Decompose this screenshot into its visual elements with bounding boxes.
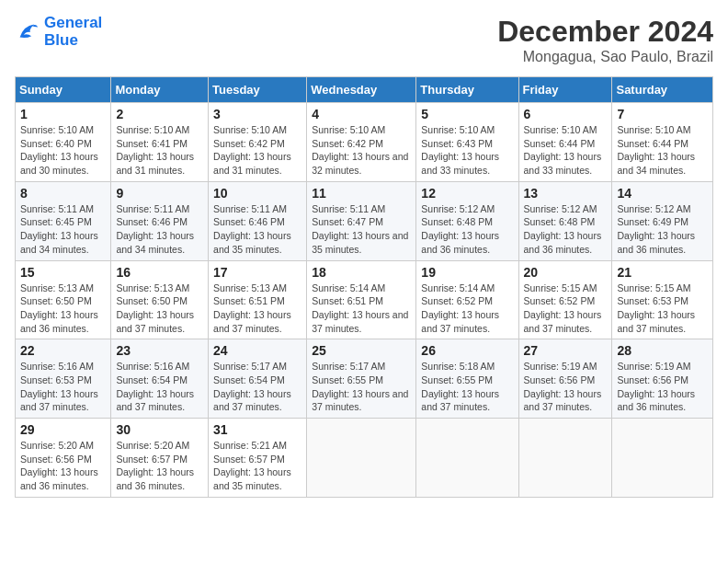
day-info: Sunrise: 5:10 AMSunset: 6:41 PMDaylight:… [116, 123, 203, 178]
day-info: Sunrise: 5:10 AMSunset: 6:42 PMDaylight:… [312, 123, 411, 178]
day-info: Sunrise: 5:12 AMSunset: 6:49 PMDaylight:… [617, 202, 708, 257]
logo-icon [15, 19, 40, 45]
calendar-cell: 29Sunrise: 5:20 AMSunset: 6:56 PMDayligh… [16, 419, 111, 498]
weekday-header-row: SundayMondayTuesdayWednesdayThursdayFrid… [16, 77, 713, 103]
calendar-cell: 2Sunrise: 5:10 AMSunset: 6:41 PMDaylight… [111, 103, 209, 182]
day-number: 17 [213, 265, 301, 280]
weekday-friday: Friday [518, 77, 612, 103]
day-info: Sunrise: 5:11 AMSunset: 6:46 PMDaylight:… [213, 202, 301, 257]
day-number: 31 [213, 422, 301, 437]
calendar-cell: 15Sunrise: 5:13 AMSunset: 6:50 PMDayligh… [16, 260, 111, 339]
day-number: 6 [524, 107, 608, 121]
day-info: Sunrise: 5:17 AMSunset: 6:54 PMDaylight:… [213, 360, 301, 414]
calendar-cell: 3Sunrise: 5:10 AMSunset: 6:42 PMDaylight… [209, 103, 307, 182]
day-info: Sunrise: 5:20 AMSunset: 6:56 PMDaylight:… [20, 439, 106, 493]
title-block: December 2024 Mongagua, Sao Paulo, Brazi… [497, 15, 713, 65]
day-number: 9 [116, 186, 203, 201]
calendar-cell: 25Sunrise: 5:17 AMSunset: 6:55 PMDayligh… [307, 339, 416, 419]
location-subtitle: Mongagua, Sao Paulo, Brazil [497, 49, 713, 65]
week-row-1: 1Sunrise: 5:10 AMSunset: 6:40 PMDaylight… [16, 103, 713, 182]
day-number: 27 [524, 343, 608, 358]
day-info: Sunrise: 5:12 AMSunset: 6:48 PMDaylight:… [524, 202, 608, 257]
calendar-cell: 27Sunrise: 5:19 AMSunset: 6:56 PMDayligh… [518, 339, 612, 419]
calendar-cell: 17Sunrise: 5:13 AMSunset: 6:51 PMDayligh… [209, 260, 307, 339]
calendar-cell: 10Sunrise: 5:11 AMSunset: 6:46 PMDayligh… [209, 181, 307, 260]
month-title: December 2024 [497, 15, 713, 49]
day-number: 5 [421, 107, 513, 121]
calendar-cell: 23Sunrise: 5:16 AMSunset: 6:54 PMDayligh… [111, 339, 209, 419]
day-info: Sunrise: 5:13 AMSunset: 6:51 PMDaylight:… [213, 282, 301, 336]
week-row-5: 29Sunrise: 5:20 AMSunset: 6:56 PMDayligh… [16, 419, 713, 498]
day-info: Sunrise: 5:17 AMSunset: 6:55 PMDaylight:… [312, 360, 411, 414]
calendar-cell: 9Sunrise: 5:11 AMSunset: 6:46 PMDaylight… [111, 181, 209, 260]
day-info: Sunrise: 5:10 AMSunset: 6:43 PMDaylight:… [421, 123, 513, 178]
calendar-cell: 13Sunrise: 5:12 AMSunset: 6:48 PMDayligh… [518, 181, 612, 260]
day-number: 13 [524, 186, 608, 201]
calendar-cell: 20Sunrise: 5:15 AMSunset: 6:52 PMDayligh… [518, 260, 612, 339]
calendar-cell [307, 419, 416, 498]
day-number: 16 [116, 265, 203, 280]
calendar-cell [518, 419, 612, 498]
weekday-monday: Monday [111, 77, 209, 103]
day-number: 29 [20, 422, 106, 437]
calendar-cell: 1Sunrise: 5:10 AMSunset: 6:40 PMDaylight… [16, 103, 111, 182]
day-info: Sunrise: 5:19 AMSunset: 6:56 PMDaylight:… [524, 360, 608, 414]
calendar-cell: 8Sunrise: 5:11 AMSunset: 6:45 PMDaylight… [16, 181, 111, 260]
day-info: Sunrise: 5:19 AMSunset: 6:56 PMDaylight:… [617, 360, 708, 414]
page-header: General Blue December 2024 Mongagua, Sao… [15, 15, 713, 65]
calendar-cell: 5Sunrise: 5:10 AMSunset: 6:43 PMDaylight… [416, 103, 518, 182]
logo-text: General Blue [44, 15, 102, 49]
day-number: 30 [116, 422, 203, 437]
calendar-cell: 22Sunrise: 5:16 AMSunset: 6:53 PMDayligh… [16, 339, 111, 419]
day-info: Sunrise: 5:13 AMSunset: 6:50 PMDaylight:… [116, 282, 203, 336]
day-info: Sunrise: 5:10 AMSunset: 6:42 PMDaylight:… [213, 123, 301, 178]
weekday-thursday: Thursday [416, 77, 518, 103]
day-number: 10 [213, 186, 301, 201]
day-info: Sunrise: 5:21 AMSunset: 6:57 PMDaylight:… [213, 439, 301, 493]
day-info: Sunrise: 5:10 AMSunset: 6:44 PMDaylight:… [617, 123, 708, 178]
day-info: Sunrise: 5:16 AMSunset: 6:53 PMDaylight:… [20, 360, 106, 414]
day-number: 19 [421, 265, 513, 280]
day-number: 14 [617, 186, 708, 201]
day-number: 23 [116, 343, 203, 358]
day-info: Sunrise: 5:15 AMSunset: 6:52 PMDaylight:… [524, 282, 608, 336]
day-number: 8 [20, 186, 106, 201]
logo: General Blue [15, 15, 102, 49]
day-number: 24 [213, 343, 301, 358]
weekday-saturday: Saturday [612, 77, 713, 103]
week-row-4: 22Sunrise: 5:16 AMSunset: 6:53 PMDayligh… [16, 339, 713, 419]
day-number: 28 [617, 343, 708, 358]
day-number: 22 [20, 343, 106, 358]
day-number: 21 [617, 265, 708, 280]
week-row-2: 8Sunrise: 5:11 AMSunset: 6:45 PMDaylight… [16, 181, 713, 260]
day-info: Sunrise: 5:18 AMSunset: 6:55 PMDaylight:… [421, 360, 513, 414]
day-number: 3 [213, 107, 301, 121]
weekday-sunday: Sunday [16, 77, 111, 103]
day-info: Sunrise: 5:10 AMSunset: 6:44 PMDaylight:… [524, 123, 608, 178]
day-info: Sunrise: 5:12 AMSunset: 6:48 PMDaylight:… [421, 202, 513, 257]
calendar-cell: 28Sunrise: 5:19 AMSunset: 6:56 PMDayligh… [612, 339, 713, 419]
day-number: 18 [312, 265, 411, 280]
day-info: Sunrise: 5:10 AMSunset: 6:40 PMDaylight:… [20, 123, 106, 178]
calendar-cell: 24Sunrise: 5:17 AMSunset: 6:54 PMDayligh… [209, 339, 307, 419]
day-number: 20 [524, 265, 608, 280]
calendar-cell: 12Sunrise: 5:12 AMSunset: 6:48 PMDayligh… [416, 181, 518, 260]
day-number: 26 [421, 343, 513, 358]
calendar-cell [612, 419, 713, 498]
calendar-cell: 21Sunrise: 5:15 AMSunset: 6:53 PMDayligh… [612, 260, 713, 339]
calendar-cell: 30Sunrise: 5:20 AMSunset: 6:57 PMDayligh… [111, 419, 209, 498]
calendar-cell: 26Sunrise: 5:18 AMSunset: 6:55 PMDayligh… [416, 339, 518, 419]
day-info: Sunrise: 5:11 AMSunset: 6:45 PMDaylight:… [20, 202, 106, 257]
weekday-wednesday: Wednesday [307, 77, 416, 103]
day-info: Sunrise: 5:13 AMSunset: 6:50 PMDaylight:… [20, 282, 106, 336]
calendar-cell: 11Sunrise: 5:11 AMSunset: 6:47 PMDayligh… [307, 181, 416, 260]
week-row-3: 15Sunrise: 5:13 AMSunset: 6:50 PMDayligh… [16, 260, 713, 339]
calendar-cell [416, 419, 518, 498]
day-number: 12 [421, 186, 513, 201]
day-number: 2 [116, 107, 203, 121]
day-number: 1 [20, 107, 106, 121]
calendar-cell: 19Sunrise: 5:14 AMSunset: 6:52 PMDayligh… [416, 260, 518, 339]
calendar-cell: 18Sunrise: 5:14 AMSunset: 6:51 PMDayligh… [307, 260, 416, 339]
calendar-table: SundayMondayTuesdayWednesdayThursdayFrid… [15, 76, 713, 498]
calendar-cell: 14Sunrise: 5:12 AMSunset: 6:49 PMDayligh… [612, 181, 713, 260]
